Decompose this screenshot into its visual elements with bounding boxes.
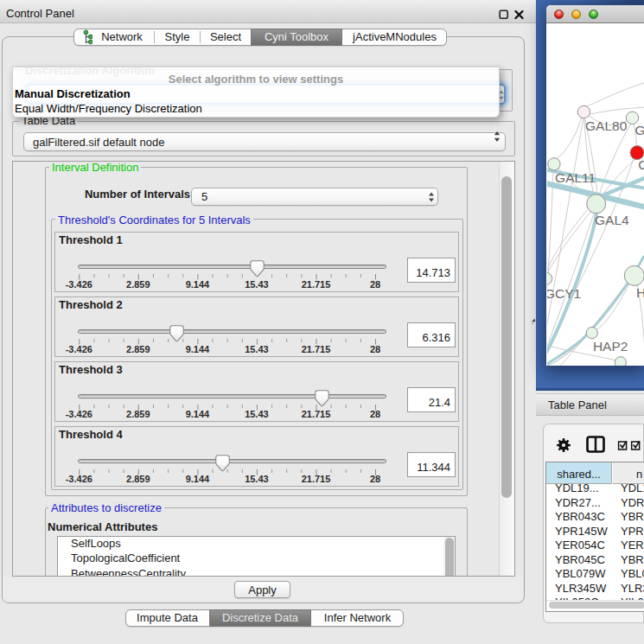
svg-text:GAL4: GAL4	[595, 213, 629, 227]
svg-text:GAL80: GAL80	[585, 118, 628, 133]
svg-text:GAL11: GAL11	[555, 170, 596, 185]
svg-text:HA: HA	[636, 285, 644, 300]
svg-text:GCY1: GCY1	[547, 286, 581, 301]
svg-text:C: C	[638, 157, 644, 172]
svg-text:GA: GA	[634, 123, 644, 137]
svg-text:HAP2: HAP2	[593, 339, 628, 354]
